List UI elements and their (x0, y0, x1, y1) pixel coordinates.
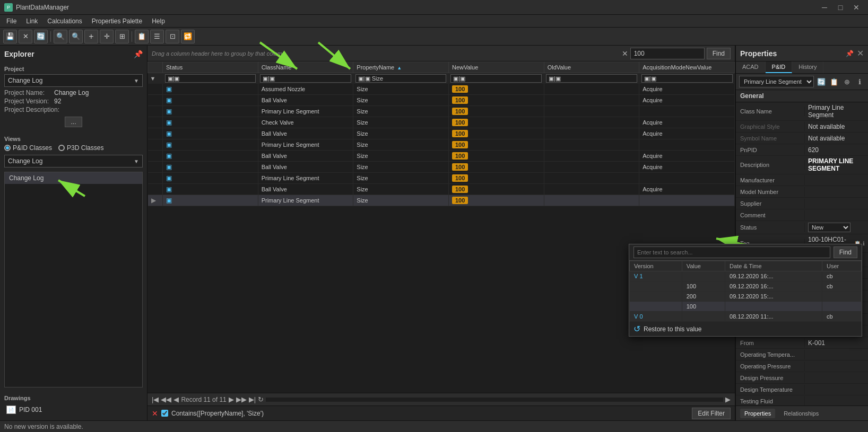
history-row[interactable]: 100 09.12.2020 16:... cb (630, 281, 862, 292)
menu-link[interactable]: Link (22, 16, 42, 26)
p3d-radio[interactable]: P3D Classes (58, 144, 103, 152)
toolbar-columns-btn[interactable]: ⊡ (166, 30, 179, 43)
acqmode-cell: Acquire (639, 84, 735, 95)
prop-value-cell (805, 190, 868, 193)
filter-checkbox[interactable] (161, 410, 168, 417)
oldvalue-cell (544, 84, 639, 95)
tab-acad[interactable]: ACAD (736, 61, 766, 73)
project-dots-button[interactable]: ... (65, 117, 82, 127)
tab-pid[interactable]: P&ID (766, 61, 793, 73)
history-find-button[interactable]: Find (834, 246, 857, 258)
history-search-input[interactable] (633, 246, 830, 258)
maximize-button[interactable]: □ (833, 2, 848, 13)
pid-radio[interactable]: P&ID Classes (4, 144, 52, 152)
history-row[interactable]: V 0 08.12.2020 11:... cb (630, 312, 862, 322)
grid-scrollbar[interactable] (266, 398, 723, 402)
toolbar-chart-btn[interactable]: ☰ (150, 30, 164, 43)
minimize-button[interactable]: ─ (817, 2, 832, 13)
filter-clear-button[interactable]: ✕ (152, 409, 158, 418)
props-copy-icon-btn[interactable]: 📋 (829, 76, 839, 87)
menu-help[interactable]: Help (147, 16, 169, 26)
search-clear-button[interactable]: ✕ (622, 49, 628, 58)
menu-calculations[interactable]: Calculations (43, 16, 86, 26)
history-row[interactable]: 200 09.12.2020 15:... (630, 292, 862, 302)
tree-item[interactable]: Change Log (5, 172, 142, 184)
filter-propname-input[interactable] (355, 74, 447, 83)
toolbar-copy-btn[interactable]: 📋 (135, 30, 149, 43)
toolbar-layout-btn[interactable]: ⊞ (115, 30, 129, 43)
props-link-icon-btn[interactable]: ⊕ (841, 76, 852, 87)
table-row[interactable]: ▣ Ball Valve Size 100 Acquire (148, 95, 735, 106)
properties-class-dropdown[interactable]: Primary Line Segment (739, 76, 814, 87)
filter-acqmode-input[interactable] (641, 74, 733, 83)
view-dropdown[interactable]: Change Log ▼ (4, 155, 143, 167)
toolbar-history-btn[interactable]: 🔁 (181, 30, 195, 43)
search-input[interactable] (630, 48, 705, 59)
filter-status-input[interactable] (165, 74, 256, 83)
prop-status-select[interactable]: New (808, 223, 850, 232)
toolbar-new-btn[interactable]: 💾 (3, 30, 17, 43)
history-row[interactable]: 100 (630, 302, 862, 312)
restore-text[interactable]: Restore to this value (644, 325, 701, 333)
acqmode-cell: Acquire (639, 117, 735, 128)
footer-tab-relationships[interactable]: Relationships (779, 409, 823, 418)
toolbar-refresh-btn[interactable]: 🔄 (34, 30, 48, 43)
toolbar-close-btn[interactable]: ✕ (19, 30, 32, 43)
prop-name-label: Model Number (736, 187, 805, 197)
col-acqmode[interactable]: AcquisitionModeNewValue (639, 62, 735, 73)
filter-oldvalue-input[interactable] (546, 74, 637, 83)
table-row[interactable]: ▣ Ball Valve Size 100 Acquire (148, 128, 735, 139)
properties-close[interactable]: ✕ (857, 48, 864, 58)
col-status[interactable]: Status (163, 62, 258, 73)
filter-classname-cell (258, 73, 353, 84)
tab-history[interactable]: History (792, 61, 823, 73)
filter-classname-input[interactable] (260, 74, 351, 83)
table-row[interactable]: ▣ Primary Line Segment Size 100 (148, 173, 735, 184)
props-info-icon-btn[interactable]: ℹ (854, 76, 865, 87)
expand-icon[interactable]: ▶ (151, 197, 156, 204)
restore-icon[interactable]: ↺ (633, 324, 640, 334)
find-button[interactable]: Find (707, 48, 731, 59)
nav-prev-all-button[interactable]: ◀◀ (161, 395, 171, 403)
table-row[interactable]: ▣ Ball Valve Size 100 Acquire (148, 162, 735, 173)
edit-filter-button[interactable]: Edit Filter (692, 408, 731, 419)
nav-prev-button[interactable]: ◀ (173, 395, 179, 403)
properties-pin[interactable]: 📌 (846, 50, 854, 57)
toolbar-grid-btn[interactable]: ✛ (100, 30, 114, 43)
table-row[interactable]: ▣ Ball Valve Size 100 Acquire (148, 184, 735, 195)
nav-scroll-right-button[interactable]: ▶ (725, 395, 731, 403)
drawing-item[interactable]: 📄 PID 001 (4, 403, 143, 416)
col-oldvalue[interactable]: OldValue (544, 62, 639, 73)
toolbar-add-btn[interactable]: + (84, 30, 98, 43)
table-row[interactable]: ▣ Check Valve Size 100 Acquire (148, 117, 735, 128)
toolbar-zoom-btn[interactable]: 🔍 (69, 30, 83, 43)
prop-row: Design Temperature (736, 384, 868, 395)
filter-newvalue-input[interactable] (450, 74, 542, 83)
nav-next-button[interactable]: ▶ (229, 395, 234, 403)
toolbar-search-btn[interactable]: 🔍 (54, 30, 67, 43)
nav-first-button[interactable]: |◀ (152, 395, 159, 403)
menu-properties-palette[interactable]: Properties Palette (88, 16, 146, 26)
newvalue-cell: 100 (448, 84, 544, 95)
table-row[interactable]: ▣ Primary Line Segment Size 100 (148, 106, 735, 117)
table-row[interactable]: ▣ Assumed Nozzle Size 100 Acquire (148, 84, 735, 95)
nav-refresh-button[interactable]: ↻ (258, 395, 264, 403)
table-row[interactable]: ▣ Ball Valve Size 100 Acquire (148, 151, 735, 162)
menu-file[interactable]: File (2, 16, 21, 26)
footer-tab-properties[interactable]: Properties (740, 409, 775, 418)
prop-info-icon[interactable]: ℹ (863, 241, 865, 246)
nav-next-all-button[interactable]: ▶▶ (236, 395, 247, 403)
table-row[interactable]: ▶ ▣ Primary Line Segment Size 100 (148, 195, 735, 206)
history-datetime-cell: 09.12.2020 15:... (725, 292, 822, 302)
col-classname[interactable]: ClassName (258, 62, 353, 73)
table-row[interactable]: ▣ Primary Line Segment Size 100 (148, 139, 735, 151)
explorer-pin[interactable]: 📌 (134, 50, 143, 58)
col-newvalue[interactable]: NewValue (448, 62, 544, 73)
nav-last-button[interactable]: ▶| (249, 395, 256, 403)
expand-cell (148, 106, 163, 117)
col-propertyname[interactable]: PropertyName ▲ (353, 62, 449, 73)
props-refresh-icon-btn[interactable]: 🔄 (816, 76, 827, 87)
project-dropdown[interactable]: Change Log ▼ (4, 74, 143, 87)
close-button[interactable]: ✕ (849, 2, 864, 13)
history-row[interactable]: V 1 09.12.2020 16:... cb (630, 271, 862, 281)
